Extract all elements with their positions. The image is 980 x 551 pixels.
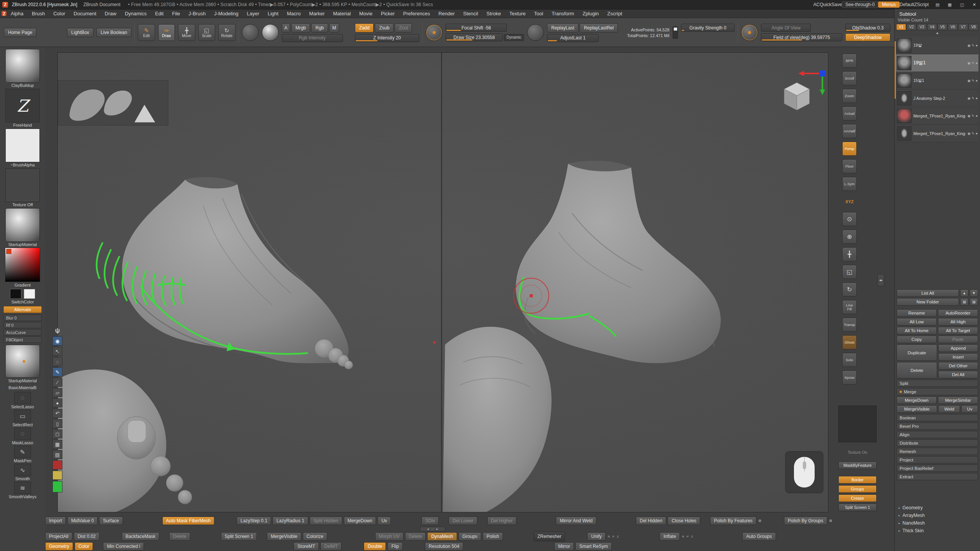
- palette-link[interactable]: ▸ Geometry: [898, 505, 978, 510]
- subtool-version-tab[interactable]: V3: [917, 24, 927, 30]
- scroll-button[interactable]: Scroll: [842, 71, 857, 85]
- menu-item[interactable]: J-Brush: [184, 11, 210, 16]
- paint-toggle-icon[interactable]: ●: [976, 132, 978, 135]
- brush-claybuildup[interactable]: ClayBuildup: [5, 49, 40, 88]
- crease-button[interactable]: Crease: [838, 494, 877, 502]
- rgb-button[interactable]: Rgb: [311, 23, 328, 33]
- bottom-button[interactable]: [392, 517, 412, 525]
- menu-item[interactable]: Light: [263, 11, 283, 16]
- knife-icon[interactable]: ∕: [52, 378, 62, 387]
- split-screen-button[interactable]: Split Screen 1: [838, 504, 877, 511]
- subtool-row[interactable]: Merged_TPose1_Ryan_Kingslien ◉ ✎ ●: [896, 107, 978, 125]
- bottom-button[interactable]: Unify: [587, 532, 605, 541]
- insert-button[interactable]: Insert: [938, 353, 978, 361]
- field-of-view-slider[interactable]: Field of view(deg) 39.59775: [761, 33, 842, 41]
- bottom-button[interactable]: [479, 517, 486, 525]
- autoreorder-button[interactable]: AutoReorder: [938, 309, 978, 317]
- bottom-button[interactable]: Color: [75, 542, 93, 551]
- bottom-button[interactable]: Del Hidden: [636, 517, 666, 525]
- paint-toggle-icon[interactable]: ●: [976, 114, 978, 118]
- draw-button[interactable]: ✑Draw: [158, 24, 175, 41]
- alternate-button[interactable]: Alternate: [3, 306, 42, 313]
- edit-button[interactable]: ✎Edit: [138, 24, 155, 41]
- color-chip-red[interactable]: [52, 460, 62, 469]
- bottom-button[interactable]: Polish By Features: [710, 517, 756, 525]
- new-folder-button[interactable]: New Folder: [897, 298, 959, 306]
- bottom-button[interactable]: Uv: [377, 517, 391, 525]
- boolean-section[interactable]: Boolean: [897, 414, 978, 421]
- split-section[interactable]: Split: [897, 380, 978, 387]
- del-other-button[interactable]: Del Other: [938, 362, 978, 370]
- subtool-row[interactable]: 19발1 ◉ ✎ ●: [896, 54, 978, 72]
- folder-up-icon[interactable]: ▤: [960, 298, 969, 306]
- clipboard-icon[interactable]: ▤: [52, 450, 62, 459]
- subtool-version-tab[interactable]: V2: [906, 24, 916, 30]
- perspective-button[interactable]: Persp: [842, 142, 857, 156]
- paint-toggle-icon[interactable]: ●: [976, 61, 978, 65]
- menus[interactable]: Menus: [878, 2, 900, 8]
- replay-icon[interactable]: [527, 24, 544, 41]
- merge-section[interactable]: Merge: [897, 388, 978, 395]
- menu-item[interactable]: Document: [69, 11, 100, 16]
- subtool-row[interactable]: 19발 ◉ ✎ ●: [896, 37, 978, 54]
- camera-icon[interactable]: [741, 24, 758, 41]
- bottom-button[interactable]: Resolution 504: [425, 542, 463, 551]
- mask-lasso[interactable]: ◌ MaskLasso: [12, 428, 33, 445]
- replay-last-button[interactable]: ReplayLast: [547, 23, 578, 33]
- right-foot-model[interactable]: [516, 161, 721, 364]
- document-canvas[interactable]: [57, 52, 828, 512]
- material-preview-icon[interactable]: [262, 24, 279, 41]
- bottom-button[interactable]: ZRemesher: [534, 531, 565, 541]
- menu-item[interactable]: Material: [329, 11, 355, 16]
- bottom-button[interactable]: [758, 519, 762, 523]
- bottom-right-foot-model[interactable]: [443, 326, 552, 512]
- paint-toggle-icon[interactable]: ●: [976, 79, 978, 83]
- dynamic-toggle[interactable]: Dynamic: [504, 34, 524, 41]
- bottom-button[interactable]: Mirror: [554, 542, 574, 551]
- sculpt-toggle-icon[interactable]: ✎: [972, 114, 975, 118]
- z-intensity-slider[interactable]: Z Intensity 20: [355, 34, 419, 42]
- ghost-button[interactable]: Ghost: [842, 335, 857, 349]
- bottom-button[interactable]: [734, 532, 741, 541]
- bottom-button[interactable]: Delete: [169, 532, 190, 541]
- bottom-button[interactable]: Dist 0.02: [74, 532, 100, 541]
- bottom-button[interactable]: [273, 542, 292, 551]
- bottom-button[interactable]: Morph UV: [375, 532, 403, 541]
- bottom-button[interactable]: [212, 532, 219, 541]
- merge-visible-button[interactable]: MergeVisible: [897, 405, 937, 413]
- bottom-button[interactable]: Mirror And Weld: [556, 517, 596, 525]
- remesh-section[interactable]: Remesh: [897, 448, 978, 455]
- bottom-button[interactable]: [518, 517, 554, 525]
- color-chip-yellow[interactable]: [52, 471, 62, 480]
- bottom-button[interactable]: [235, 542, 271, 551]
- bottom-button[interactable]: Min Connected l: [103, 542, 144, 551]
- bottom-button[interactable]: Inflate: [660, 532, 680, 541]
- bottom-button[interactable]: MergeVisible: [267, 532, 301, 541]
- material-thumbnail[interactable]: [5, 345, 40, 378]
- bottom-button[interactable]: Del Higher: [487, 517, 517, 525]
- menu-item[interactable]: Alpha: [7, 11, 28, 16]
- menu-item[interactable]: Preferences: [399, 11, 434, 16]
- picker-widget-icon[interactable]: ψ: [52, 326, 62, 335]
- border-button[interactable]: Border: [838, 476, 877, 484]
- m-button[interactable]: M: [329, 23, 339, 33]
- select-rect[interactable]: ▭ SelectRect: [12, 410, 33, 427]
- viewport-split-line[interactable]: [441, 53, 442, 512]
- menu-item[interactable]: Stencil: [459, 11, 482, 16]
- focal-shift-slider[interactable]: Focal Shift -56: [446, 24, 507, 32]
- obj-shadow-slider[interactable]: ObjShadow 0.3: [845, 24, 890, 32]
- bottom-button[interactable]: [404, 542, 423, 551]
- visibility-eye-icon[interactable]: ◉: [967, 114, 970, 118]
- subtool-version-tab[interactable]: V6: [948, 24, 958, 30]
- lightbox-button[interactable]: LightBox: [67, 28, 93, 37]
- list-all-button[interactable]: List All: [897, 289, 959, 297]
- append-button[interactable]: Append: [938, 344, 978, 352]
- menu-item[interactable]: Picker: [377, 11, 399, 16]
- bottom-button[interactable]: Geometry: [45, 542, 73, 551]
- menu-item[interactable]: Dynamics: [121, 11, 151, 16]
- stroke-freehand[interactable]: Z FreeHand: [5, 89, 40, 127]
- move-down-button[interactable]: ▼: [970, 289, 978, 297]
- menu-item[interactable]: Brush: [28, 11, 49, 16]
- actual-size-button[interactable]: Actual: [842, 106, 857, 121]
- bottom-button[interactable]: [696, 532, 732, 541]
